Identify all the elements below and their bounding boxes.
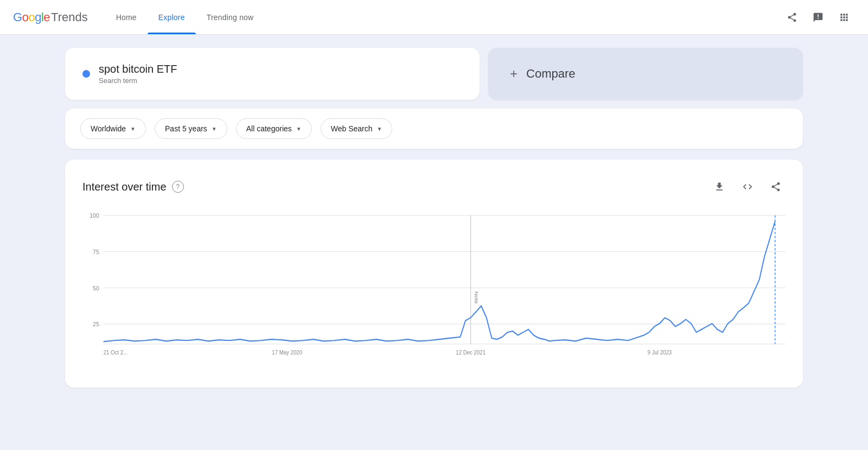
compare-plus-icon: +	[510, 66, 518, 81]
top-nav: Google Trends Home Explore Trending now	[0, 0, 868, 35]
nav-trending[interactable]: Trending now	[196, 0, 265, 34]
time-filter[interactable]: Past 5 years ▼	[155, 118, 227, 139]
search-type-chevron-icon: ▼	[376, 126, 382, 132]
search-type-filter-label: Web Search	[331, 124, 373, 133]
compare-card[interactable]: + Compare	[488, 48, 803, 100]
share-chart-button[interactable]	[766, 177, 786, 197]
feedback-icon-button[interactable]	[807, 7, 829, 28]
search-term-text: spot bitcoin ETF Search term	[99, 63, 177, 85]
svg-text:9 Jul 2023: 9 Jul 2023	[648, 350, 672, 356]
location-filter[interactable]: Worldwide ▼	[80, 118, 146, 139]
location-chevron-icon: ▼	[130, 126, 136, 132]
svg-text:100: 100	[90, 212, 99, 219]
time-filter-label: Past 5 years	[165, 124, 207, 133]
nav-home[interactable]: Home	[105, 0, 148, 34]
embed-chart-button[interactable]	[738, 177, 757, 197]
download-icon	[714, 181, 725, 192]
chart-container: 100 75 50 25 Note 21 Oct 2... 17 May 202…	[82, 210, 786, 362]
search-term-name: spot bitcoin ETF	[99, 63, 177, 75]
feedback-icon	[813, 12, 824, 23]
share-chart-icon	[770, 181, 781, 192]
svg-text:50: 50	[93, 284, 99, 291]
interest-over-time-chart: 100 75 50 25 Note 21 Oct 2... 17 May 202…	[82, 210, 786, 362]
chart-header: Interest over time ?	[82, 177, 786, 197]
trends-logo-text: Trends	[51, 10, 88, 24]
embed-icon	[742, 181, 753, 192]
svg-text:12 Dec 2021: 12 Dec 2021	[456, 350, 486, 356]
search-term-card: spot bitcoin ETF Search term	[65, 48, 480, 100]
share-icon-button[interactable]	[781, 7, 803, 28]
chart-card: Interest over time ?	[65, 160, 803, 388]
nav-icons	[781, 7, 855, 28]
chart-actions	[710, 177, 786, 197]
main-content: spot bitcoin ETF Search term + Compare W…	[0, 35, 868, 401]
category-filter[interactable]: All categories ▼	[236, 118, 312, 139]
google-logo: Google	[13, 10, 50, 24]
svg-text:21 Oct 2...: 21 Oct 2...	[104, 350, 128, 356]
svg-text:25: 25	[93, 321, 99, 328]
svg-text:Note: Note	[474, 291, 480, 304]
search-area: spot bitcoin ETF Search term + Compare	[65, 48, 803, 100]
apps-icon	[839, 12, 850, 23]
category-filter-label: All categories	[246, 124, 292, 133]
svg-text:17 May 2020: 17 May 2020	[272, 350, 302, 356]
chart-title-area: Interest over time ?	[82, 181, 184, 193]
download-chart-button[interactable]	[710, 177, 729, 197]
share-icon	[787, 12, 797, 23]
search-type-filter[interactable]: Web Search ▼	[321, 118, 393, 139]
filters-row: Worldwide ▼ Past 5 years ▼ All categorie…	[65, 109, 803, 149]
chart-title: Interest over time	[82, 181, 167, 193]
nav-explore[interactable]: Explore	[148, 0, 196, 34]
search-dot	[82, 70, 90, 78]
help-icon-symbol: ?	[176, 183, 180, 191]
apps-icon-button[interactable]	[833, 7, 855, 28]
compare-label: Compare	[526, 67, 575, 81]
time-chevron-icon: ▼	[212, 126, 217, 132]
category-chevron-icon: ▼	[296, 126, 302, 132]
search-term-type: Search term	[99, 77, 177, 85]
svg-text:75: 75	[93, 248, 99, 255]
nav-links: Home Explore Trending now	[105, 0, 265, 34]
location-filter-label: Worldwide	[91, 124, 126, 133]
help-icon[interactable]: ?	[172, 181, 184, 193]
logo-area: Google Trends	[13, 10, 88, 24]
